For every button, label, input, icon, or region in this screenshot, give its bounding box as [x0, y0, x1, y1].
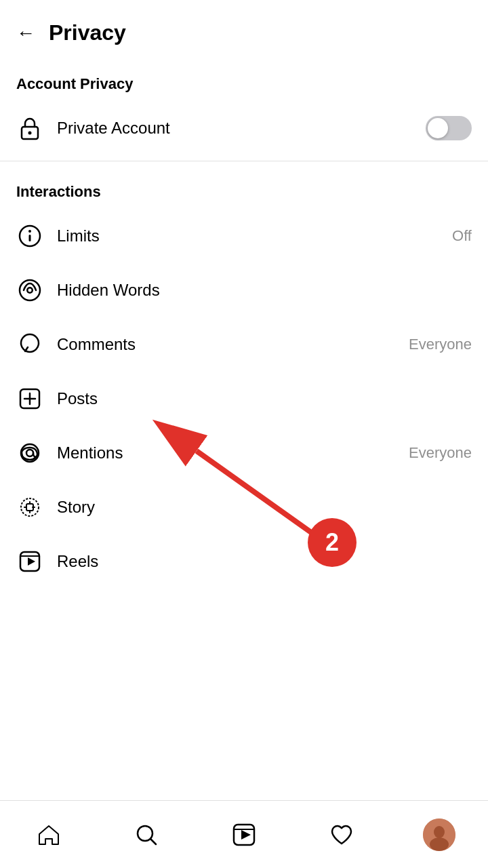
- svg-point-14: [21, 498, 39, 516]
- svg-point-3: [28, 230, 31, 233]
- svg-point-1: [28, 132, 32, 135]
- svg-point-33: [434, 826, 445, 838]
- reels-row[interactable]: Reels: [0, 534, 488, 589]
- posts-row[interactable]: Posts: [0, 372, 488, 426]
- svg-marker-21: [28, 557, 35, 566]
- hidden-words-row[interactable]: Hidden Words: [0, 263, 488, 317]
- nav-reels[interactable]: [217, 814, 271, 855]
- nav-home[interactable]: [22, 814, 76, 855]
- header: ← Privacy: [0, 0, 488, 59]
- mentions-icon: [16, 439, 43, 467]
- reels-icon: [16, 548, 43, 575]
- private-account-label: Private Account: [57, 119, 170, 138]
- nav-activity[interactable]: [314, 814, 369, 855]
- bottom-nav: [0, 800, 488, 868]
- private-account-row[interactable]: Private Account: [0, 101, 488, 155]
- avatar: [423, 818, 455, 851]
- reels-label: Reels: [57, 552, 98, 571]
- nav-profile[interactable]: [412, 814, 466, 855]
- lock-icon: [16, 115, 43, 142]
- story-icon: [16, 494, 43, 521]
- mentions-label: Mentions: [57, 443, 123, 462]
- svg-rect-4: [29, 235, 31, 241]
- svg-marker-30: [241, 830, 251, 840]
- limits-icon: [16, 222, 43, 250]
- hidden-words-icon: [16, 277, 43, 304]
- page-title: Privacy: [49, 20, 126, 45]
- private-account-toggle[interactable]: [426, 116, 472, 140]
- svg-point-34: [430, 837, 449, 851]
- toggle-knob: [428, 118, 448, 138]
- limits-value: Off: [452, 227, 472, 245]
- mentions-value: Everyone: [409, 444, 472, 462]
- interactions-section-label: Interactions: [0, 167, 488, 209]
- svg-point-13: [26, 450, 33, 456]
- back-button[interactable]: ←: [16, 24, 35, 43]
- comments-label: Comments: [57, 335, 136, 354]
- nav-search[interactable]: [119, 814, 174, 855]
- story-row[interactable]: Story: [0, 480, 488, 534]
- hidden-words-label: Hidden Words: [57, 281, 160, 300]
- comments-value: Everyone: [409, 336, 472, 353]
- comments-icon: [16, 331, 43, 358]
- posts-icon: [16, 385, 43, 412]
- svg-point-7: [28, 289, 32, 292]
- private-account-left: Private Account: [16, 115, 170, 142]
- limits-label: Limits: [57, 226, 100, 245]
- account-privacy-section-label: Account Privacy: [0, 59, 488, 101]
- mentions-row[interactable]: Mentions Everyone: [0, 426, 488, 480]
- posts-label: Posts: [57, 389, 98, 408]
- section-divider: [0, 161, 488, 161]
- svg-line-28: [150, 839, 156, 844]
- story-label: Story: [57, 498, 95, 517]
- limits-row[interactable]: Limits Off: [0, 209, 488, 263]
- svg-point-8: [21, 334, 39, 352]
- comments-row[interactable]: Comments Everyone: [0, 317, 488, 372]
